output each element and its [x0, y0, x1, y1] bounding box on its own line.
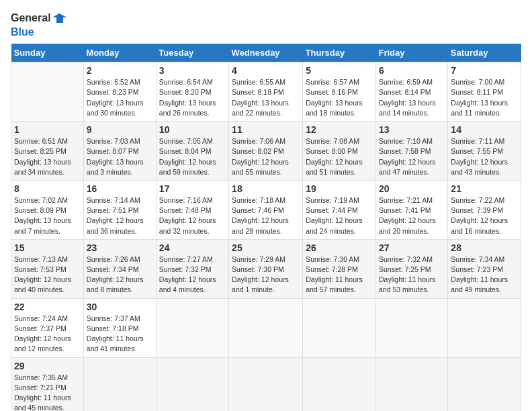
day-info: Sunrise: 7:14 AM Sunset: 7:51 PM Dayligh…: [87, 195, 153, 236]
col-header-thursday: Thursday: [303, 44, 376, 62]
table-row: [11, 62, 84, 122]
day-info: Sunrise: 6:59 AM Sunset: 8:14 PM Dayligh…: [379, 77, 445, 118]
day-info: Sunrise: 7:19 AM Sunset: 7:44 PM Dayligh…: [306, 195, 373, 236]
day-number: 17: [159, 183, 226, 194]
day-number: 12: [306, 124, 373, 135]
table-row: 19Sunrise: 7:19 AM Sunset: 7:44 PM Dayli…: [303, 180, 376, 239]
table-row: 18Sunrise: 7:18 AM Sunset: 7:46 PM Dayli…: [229, 180, 303, 239]
col-header-wednesday: Wednesday: [229, 44, 303, 62]
table-row: 5Sunrise: 6:57 AM Sunset: 8:16 PM Daylig…: [303, 62, 376, 122]
day-info: Sunrise: 7:37 AM Sunset: 7:18 PM Dayligh…: [87, 314, 153, 355]
page-header: General Blue: [11, 11, 521, 38]
day-number: 7: [451, 65, 518, 76]
logo-text-blue: Blue: [11, 26, 34, 38]
day-info: Sunrise: 7:27 AM Sunset: 7:32 PM Dayligh…: [159, 255, 226, 295]
table-row: [448, 357, 521, 411]
logo-text-general: General: [11, 11, 51, 24]
table-row: [303, 357, 376, 411]
day-number: 24: [159, 242, 226, 253]
day-number: 27: [379, 242, 445, 253]
day-number: 21: [451, 183, 518, 194]
day-info: Sunrise: 7:22 AM Sunset: 7:39 PM Dayligh…: [451, 195, 518, 236]
table-row: 23Sunrise: 7:26 AM Sunset: 7:34 PM Dayli…: [83, 239, 156, 298]
day-info: Sunrise: 6:57 AM Sunset: 8:16 PM Dayligh…: [306, 77, 373, 118]
day-info: Sunrise: 6:54 AM Sunset: 8:20 PM Dayligh…: [159, 77, 226, 118]
day-number: 25: [232, 242, 300, 253]
day-info: Sunrise: 7:18 AM Sunset: 7:46 PM Dayligh…: [232, 195, 300, 236]
table-row: 27Sunrise: 7:32 AM Sunset: 7:25 PM Dayli…: [375, 239, 447, 298]
table-row: [156, 357, 228, 411]
day-info: Sunrise: 6:52 AM Sunset: 8:23 PM Dayligh…: [87, 77, 153, 118]
day-number: 28: [451, 242, 518, 253]
day-number: 29: [14, 361, 81, 371]
table-row: 13Sunrise: 7:10 AM Sunset: 7:58 PM Dayli…: [375, 122, 447, 181]
table-row: 17Sunrise: 7:16 AM Sunset: 7:48 PM Dayli…: [156, 180, 228, 239]
day-number: 10: [159, 124, 226, 135]
day-info: Sunrise: 7:24 AM Sunset: 7:37 PM Dayligh…: [14, 314, 81, 355]
table-row: 24Sunrise: 7:27 AM Sunset: 7:32 PM Dayli…: [156, 239, 228, 298]
day-number: 3: [159, 65, 226, 76]
table-row: [83, 357, 156, 411]
day-number: 8: [14, 183, 81, 194]
day-info: Sunrise: 7:00 AM Sunset: 8:11 PM Dayligh…: [451, 77, 518, 118]
day-info: Sunrise: 7:21 AM Sunset: 7:41 PM Dayligh…: [379, 195, 445, 236]
day-info: Sunrise: 7:03 AM Sunset: 8:07 PM Dayligh…: [87, 136, 153, 177]
day-number: 11: [232, 124, 300, 135]
col-header-friday: Friday: [375, 44, 447, 62]
day-info: Sunrise: 6:51 AM Sunset: 8:25 PM Dayligh…: [14, 136, 81, 177]
table-row: 30Sunrise: 7:37 AM Sunset: 7:18 PM Dayli…: [83, 298, 156, 357]
day-number: 1: [14, 124, 81, 135]
col-header-sunday: Sunday: [11, 44, 84, 62]
table-row: 9Sunrise: 7:03 AM Sunset: 8:07 PM Daylig…: [83, 122, 156, 181]
day-info: Sunrise: 7:26 AM Sunset: 7:34 PM Dayligh…: [87, 255, 153, 295]
day-number: 19: [306, 183, 373, 194]
table-row: [303, 298, 376, 357]
table-row: 22Sunrise: 7:24 AM Sunset: 7:37 PM Dayli…: [11, 298, 84, 357]
day-info: Sunrise: 7:13 AM Sunset: 7:53 PM Dayligh…: [14, 255, 81, 295]
day-number: 15: [14, 242, 81, 253]
day-number: 13: [379, 124, 445, 135]
table-row: 2Sunrise: 6:52 AM Sunset: 8:23 PM Daylig…: [83, 62, 156, 122]
day-number: 5: [306, 65, 373, 76]
day-number: 22: [14, 302, 81, 312]
day-number: 14: [451, 124, 518, 135]
day-info: Sunrise: 6:55 AM Sunset: 8:18 PM Dayligh…: [232, 77, 300, 118]
table-row: 25Sunrise: 7:29 AM Sunset: 7:30 PM Dayli…: [229, 239, 303, 298]
col-header-saturday: Saturday: [448, 44, 521, 62]
table-row: 12Sunrise: 7:08 AM Sunset: 8:00 PM Dayli…: [303, 122, 376, 181]
day-number: 18: [232, 183, 300, 194]
table-row: [375, 298, 447, 357]
day-info: Sunrise: 7:06 AM Sunset: 8:02 PM Dayligh…: [232, 136, 300, 177]
day-number: 26: [306, 242, 373, 253]
day-info: Sunrise: 7:11 AM Sunset: 7:55 PM Dayligh…: [451, 136, 518, 177]
table-row: 6Sunrise: 6:59 AM Sunset: 8:14 PM Daylig…: [375, 62, 447, 122]
table-row: [229, 357, 303, 411]
col-header-monday: Monday: [83, 44, 156, 62]
logo-bird-icon: [52, 11, 67, 26]
day-info: Sunrise: 7:35 AM Sunset: 7:21 PM Dayligh…: [14, 373, 81, 411]
day-info: Sunrise: 7:16 AM Sunset: 7:48 PM Dayligh…: [159, 195, 226, 236]
day-number: 2: [87, 65, 153, 76]
table-row: 20Sunrise: 7:21 AM Sunset: 7:41 PM Dayli…: [375, 180, 447, 239]
col-header-tuesday: Tuesday: [156, 44, 228, 62]
table-row: 28Sunrise: 7:34 AM Sunset: 7:23 PM Dayli…: [448, 239, 521, 298]
table-row: 15Sunrise: 7:13 AM Sunset: 7:53 PM Dayli…: [11, 239, 84, 298]
table-row: [375, 357, 447, 411]
day-info: Sunrise: 7:10 AM Sunset: 7:58 PM Dayligh…: [379, 136, 445, 177]
table-row: 11Sunrise: 7:06 AM Sunset: 8:02 PM Dayli…: [229, 122, 303, 181]
day-number: 6: [379, 65, 445, 76]
svg-marker-0: [52, 13, 67, 23]
calendar-table: SundayMondayTuesdayWednesdayThursdayFrid…: [11, 44, 521, 411]
day-info: Sunrise: 7:32 AM Sunset: 7:25 PM Dayligh…: [379, 255, 445, 295]
logo: General Blue: [11, 11, 67, 38]
table-row: 7Sunrise: 7:00 AM Sunset: 8:11 PM Daylig…: [448, 62, 521, 122]
table-row: [448, 298, 521, 357]
table-row: 1Sunrise: 6:51 AM Sunset: 8:25 PM Daylig…: [11, 122, 84, 181]
table-row: 16Sunrise: 7:14 AM Sunset: 7:51 PM Dayli…: [83, 180, 156, 239]
day-info: Sunrise: 7:02 AM Sunset: 8:09 PM Dayligh…: [14, 195, 81, 236]
day-number: 16: [87, 183, 153, 194]
day-number: 20: [379, 183, 445, 194]
day-number: 23: [87, 242, 153, 253]
table-row: 21Sunrise: 7:22 AM Sunset: 7:39 PM Dayli…: [448, 180, 521, 239]
day-info: Sunrise: 7:34 AM Sunset: 7:23 PM Dayligh…: [451, 255, 518, 295]
